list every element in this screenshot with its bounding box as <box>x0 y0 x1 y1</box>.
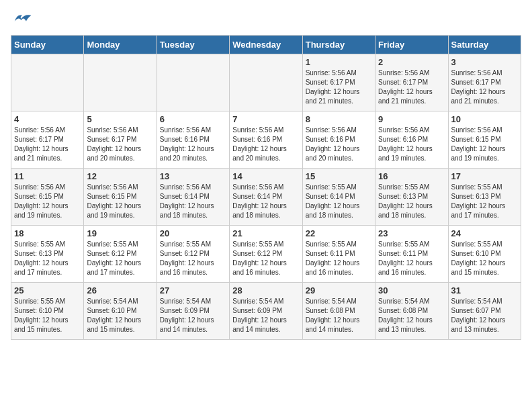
calendar-week-row: 18Sunrise: 5:55 AM Sunset: 6:13 PM Dayli… <box>11 226 521 283</box>
day-info: Sunrise: 5:54 AM Sunset: 6:07 PM Dayligh… <box>451 297 518 334</box>
day-number: 30 <box>378 285 445 295</box>
calendar-cell: 24Sunrise: 5:55 AM Sunset: 6:10 PM Dayli… <box>448 226 521 283</box>
day-info: Sunrise: 5:56 AM Sunset: 6:16 PM Dayligh… <box>160 126 226 163</box>
day-number: 2 <box>378 57 445 67</box>
calendar-cell <box>230 54 302 111</box>
day-info: Sunrise: 5:55 AM Sunset: 6:14 PM Dayligh… <box>306 183 372 220</box>
calendar-cell: 22Sunrise: 5:55 AM Sunset: 6:11 PM Dayli… <box>302 226 375 283</box>
calendar-cell: 3Sunrise: 5:56 AM Sunset: 6:17 PM Daylig… <box>448 54 521 111</box>
logo-bird-icon <box>12 11 32 27</box>
calendar-cell: 17Sunrise: 5:55 AM Sunset: 6:13 PM Dayli… <box>448 169 521 226</box>
calendar-cell <box>84 54 157 111</box>
day-number: 17 <box>451 171 518 181</box>
calendar-cell: 26Sunrise: 5:54 AM Sunset: 6:10 PM Dayli… <box>84 283 157 340</box>
day-info: Sunrise: 5:56 AM Sunset: 6:14 PM Dayligh… <box>160 183 226 220</box>
calendar-cell: 29Sunrise: 5:54 AM Sunset: 6:08 PM Dayli… <box>302 283 375 340</box>
day-number: 25 <box>14 285 81 295</box>
header-thursday: Thursday <box>302 36 375 54</box>
header-monday: Monday <box>84 36 157 54</box>
header-sunday: Sunday <box>11 36 84 54</box>
calendar-cell: 11Sunrise: 5:56 AM Sunset: 6:15 PM Dayli… <box>11 169 84 226</box>
day-info: Sunrise: 5:55 AM Sunset: 6:10 PM Dayligh… <box>14 297 81 334</box>
calendar-cell: 27Sunrise: 5:54 AM Sunset: 6:09 PM Dayli… <box>157 283 229 340</box>
day-number: 5 <box>87 114 153 124</box>
calendar-cell: 13Sunrise: 5:56 AM Sunset: 6:14 PM Dayli… <box>157 169 229 226</box>
calendar-cell: 9Sunrise: 5:56 AM Sunset: 6:16 PM Daylig… <box>375 111 448 169</box>
day-number: 14 <box>232 171 299 181</box>
calendar-cell: 16Sunrise: 5:55 AM Sunset: 6:13 PM Dayli… <box>375 169 448 226</box>
day-number: 27 <box>160 285 226 295</box>
day-info: Sunrise: 5:55 AM Sunset: 6:10 PM Dayligh… <box>451 240 518 277</box>
calendar-header-row: SundayMondayTuesdayWednesdayThursdayFrid… <box>11 36 521 54</box>
day-number: 18 <box>14 228 81 238</box>
day-number: 19 <box>87 228 153 238</box>
day-info: Sunrise: 5:54 AM Sunset: 6:08 PM Dayligh… <box>306 297 372 334</box>
day-info: Sunrise: 5:54 AM Sunset: 6:09 PM Dayligh… <box>232 297 299 334</box>
day-info: Sunrise: 5:55 AM Sunset: 6:11 PM Dayligh… <box>306 240 372 277</box>
day-info: Sunrise: 5:56 AM Sunset: 6:17 PM Dayligh… <box>451 68 518 106</box>
calendar-cell: 10Sunrise: 5:56 AM Sunset: 6:15 PM Dayli… <box>448 111 521 169</box>
calendar-week-row: 25Sunrise: 5:55 AM Sunset: 6:10 PM Dayli… <box>11 283 521 340</box>
calendar-cell: 30Sunrise: 5:54 AM Sunset: 6:08 PM Dayli… <box>375 283 448 340</box>
calendar-cell: 23Sunrise: 5:55 AM Sunset: 6:11 PM Dayli… <box>375 226 448 283</box>
day-number: 29 <box>306 285 372 295</box>
calendar-cell: 19Sunrise: 5:55 AM Sunset: 6:12 PM Dayli… <box>84 226 157 283</box>
logo <box>11 11 32 27</box>
calendar-cell: 18Sunrise: 5:55 AM Sunset: 6:13 PM Dayli… <box>11 226 84 283</box>
day-info: Sunrise: 5:55 AM Sunset: 6:13 PM Dayligh… <box>14 240 81 277</box>
day-number: 6 <box>160 114 226 124</box>
day-info: Sunrise: 5:56 AM Sunset: 6:17 PM Dayligh… <box>306 68 372 106</box>
page-header <box>11 11 521 27</box>
calendar-cell: 8Sunrise: 5:56 AM Sunset: 6:16 PM Daylig… <box>302 111 375 169</box>
day-number: 22 <box>306 228 372 238</box>
day-info: Sunrise: 5:56 AM Sunset: 6:14 PM Dayligh… <box>232 183 299 220</box>
day-number: 21 <box>232 228 299 238</box>
day-info: Sunrise: 5:56 AM Sunset: 6:15 PM Dayligh… <box>87 183 153 220</box>
day-info: Sunrise: 5:55 AM Sunset: 6:11 PM Dayligh… <box>378 240 445 277</box>
calendar-cell: 1Sunrise: 5:56 AM Sunset: 6:17 PM Daylig… <box>302 54 375 111</box>
day-number: 10 <box>451 114 518 124</box>
header-saturday: Saturday <box>448 36 521 54</box>
day-info: Sunrise: 5:54 AM Sunset: 6:09 PM Dayligh… <box>160 297 226 334</box>
day-info: Sunrise: 5:56 AM Sunset: 6:16 PM Dayligh… <box>306 126 372 163</box>
day-info: Sunrise: 5:56 AM Sunset: 6:17 PM Dayligh… <box>87 126 153 163</box>
calendar-cell: 31Sunrise: 5:54 AM Sunset: 6:07 PM Dayli… <box>448 283 521 340</box>
day-info: Sunrise: 5:55 AM Sunset: 6:12 PM Dayligh… <box>160 240 226 277</box>
day-number: 23 <box>378 228 445 238</box>
day-info: Sunrise: 5:56 AM Sunset: 6:15 PM Dayligh… <box>451 126 518 163</box>
calendar-cell: 4Sunrise: 5:56 AM Sunset: 6:17 PM Daylig… <box>11 111 84 169</box>
calendar-week-row: 11Sunrise: 5:56 AM Sunset: 6:15 PM Dayli… <box>11 169 521 226</box>
day-number: 20 <box>160 228 226 238</box>
calendar-cell <box>157 54 229 111</box>
day-number: 11 <box>14 171 81 181</box>
day-number: 31 <box>451 285 518 295</box>
day-info: Sunrise: 5:56 AM Sunset: 6:17 PM Dayligh… <box>14 126 81 163</box>
day-info: Sunrise: 5:56 AM Sunset: 6:17 PM Dayligh… <box>378 68 445 106</box>
day-number: 26 <box>87 285 153 295</box>
calendar-cell: 14Sunrise: 5:56 AM Sunset: 6:14 PM Dayli… <box>230 169 302 226</box>
calendar-cell: 25Sunrise: 5:55 AM Sunset: 6:10 PM Dayli… <box>11 283 84 340</box>
day-number: 7 <box>232 114 299 124</box>
calendar-cell: 6Sunrise: 5:56 AM Sunset: 6:16 PM Daylig… <box>157 111 229 169</box>
day-number: 9 <box>378 114 445 124</box>
calendar-cell: 15Sunrise: 5:55 AM Sunset: 6:14 PM Dayli… <box>302 169 375 226</box>
day-info: Sunrise: 5:55 AM Sunset: 6:13 PM Dayligh… <box>451 183 518 220</box>
day-number: 15 <box>306 171 372 181</box>
header-wednesday: Wednesday <box>230 36 302 54</box>
calendar-cell: 28Sunrise: 5:54 AM Sunset: 6:09 PM Dayli… <box>230 283 302 340</box>
calendar-cell: 2Sunrise: 5:56 AM Sunset: 6:17 PM Daylig… <box>375 54 448 111</box>
day-number: 8 <box>306 114 372 124</box>
header-tuesday: Tuesday <box>157 36 229 54</box>
day-number: 16 <box>378 171 445 181</box>
day-info: Sunrise: 5:55 AM Sunset: 6:12 PM Dayligh… <box>87 240 153 277</box>
day-number: 13 <box>160 171 226 181</box>
calendar-week-row: 1Sunrise: 5:56 AM Sunset: 6:17 PM Daylig… <box>11 54 521 111</box>
calendar-cell: 20Sunrise: 5:55 AM Sunset: 6:12 PM Dayli… <box>157 226 229 283</box>
calendar-week-row: 4Sunrise: 5:56 AM Sunset: 6:17 PM Daylig… <box>11 111 521 169</box>
day-info: Sunrise: 5:54 AM Sunset: 6:10 PM Dayligh… <box>87 297 153 334</box>
calendar-cell <box>11 54 84 111</box>
day-number: 24 <box>451 228 518 238</box>
calendar-cell: 7Sunrise: 5:56 AM Sunset: 6:16 PM Daylig… <box>230 111 302 169</box>
calendar-cell: 12Sunrise: 5:56 AM Sunset: 6:15 PM Dayli… <box>84 169 157 226</box>
header-friday: Friday <box>375 36 448 54</box>
